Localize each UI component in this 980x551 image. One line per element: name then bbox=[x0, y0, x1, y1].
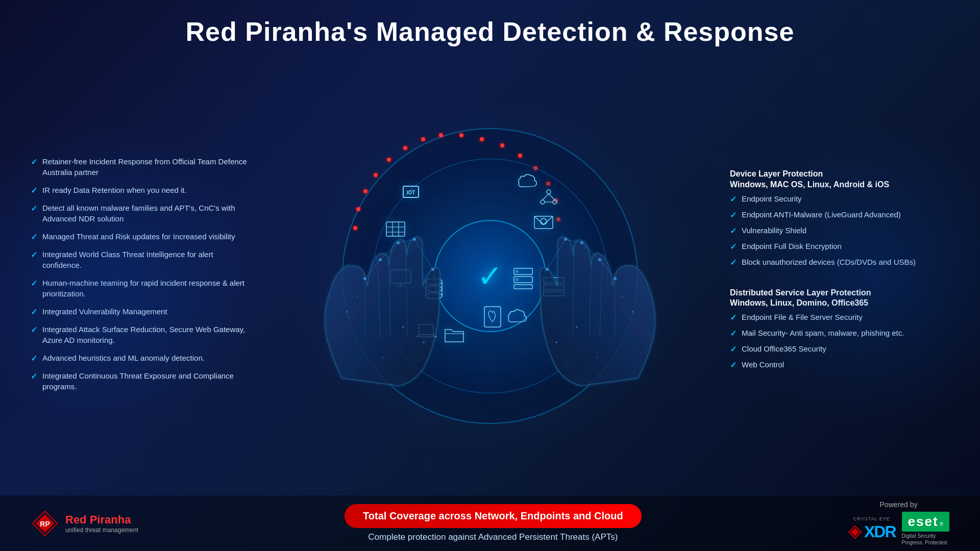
right-check-item: ✓ Mail Security- Anti spam, malware, phi… bbox=[730, 328, 949, 338]
check-text: Vulnerability Shield bbox=[742, 225, 806, 236]
center-panel: ✓ IOT bbox=[265, 57, 715, 495]
right-check-item: ✓ Web Control bbox=[730, 359, 949, 370]
piranha-logo-svg: RP bbox=[31, 509, 59, 538]
distributed-layer-section: Distributed Service Layer ProtectionWind… bbox=[730, 288, 949, 375]
left-check-item: ✓ Human-machine teaming for rapid incide… bbox=[31, 278, 250, 299]
page-title: Red Piranha's Managed Detection & Respon… bbox=[0, 16, 980, 47]
checkmark-icon: ✓ bbox=[730, 313, 737, 322]
red-dot bbox=[480, 137, 484, 141]
red-dot bbox=[374, 173, 378, 177]
svg-point-66 bbox=[597, 357, 598, 359]
checkmark-icon: ✓ bbox=[730, 194, 737, 204]
checkmark-icon: ✓ bbox=[31, 371, 37, 381]
svg-point-65 bbox=[576, 326, 578, 328]
left-check-item: ✓ Integrated Continuous Threat Exposure … bbox=[31, 370, 250, 392]
svg-point-48 bbox=[382, 357, 384, 359]
content-area: ✓ Retainer-free Incident Response from O… bbox=[0, 57, 980, 495]
brand-subtitle: unified threat management bbox=[65, 527, 138, 534]
distributed-layer-title: Distributed Service Layer ProtectionWind… bbox=[730, 288, 949, 309]
svg-point-47 bbox=[402, 326, 404, 328]
check-text: Endpoint File & File Server Security bbox=[742, 312, 863, 322]
total-coverage-badge: Total Coverage across Network, Endpoints… bbox=[345, 504, 642, 528]
red-dot bbox=[421, 137, 425, 141]
device-layer-title: Device Layer ProtectionWindows, MAC OS, … bbox=[730, 169, 949, 190]
xdr-logo-group: CRYSTAL EYE XDR bbox=[848, 516, 896, 541]
checkmark-icon: ✓ bbox=[31, 325, 37, 335]
left-check-item: ✓ Retainer-free Incident Response from O… bbox=[31, 156, 250, 178]
red-dot bbox=[439, 133, 443, 137]
check-text: Integrated Attack Surface Reduction, Sec… bbox=[42, 324, 250, 345]
checkmark-icon: ✓ bbox=[31, 279, 37, 288]
checkmark-icon: ✓ bbox=[31, 354, 37, 363]
footer-powered: Powered by CRYSTAL EYE XDR bbox=[848, 500, 949, 546]
footer: RP Red Piranha unified threat management… bbox=[0, 495, 980, 551]
header: Red Piranha's Managed Detection & Respon… bbox=[0, 0, 980, 57]
red-dot bbox=[387, 158, 391, 162]
left-check-item: ✓ IR ready Data Retention when you need … bbox=[31, 185, 250, 195]
powered-by-label: Powered by bbox=[880, 500, 918, 509]
checkmark-icon: ✓ bbox=[31, 204, 37, 213]
brand-name: Red Piranha bbox=[65, 513, 138, 527]
left-check-item: ✓ Detect all known malware families and … bbox=[31, 203, 250, 224]
svg-point-19 bbox=[516, 270, 518, 272]
right-panel: Device Layer ProtectionWindows, MAC OS, … bbox=[715, 57, 960, 495]
footer-center: Total Coverage across Network, Endpoints… bbox=[159, 504, 827, 542]
eset-registered: ® bbox=[940, 521, 943, 527]
main-container: Red Piranha's Managed Detection & Respon… bbox=[0, 0, 980, 551]
right-check-item: ✓ Endpoint File & File Server Security bbox=[730, 312, 949, 322]
checkmark-icon: ✓ bbox=[31, 157, 37, 167]
check-text: Retainer-free Incident Response from Off… bbox=[42, 156, 250, 178]
check-text: IR ready Data Retention when you need it… bbox=[42, 185, 187, 195]
crystal-eye-label: CRYSTAL EYE bbox=[853, 516, 890, 521]
red-dot bbox=[459, 133, 463, 137]
right-check-item: ✓ Vulnerability Shield bbox=[730, 225, 949, 236]
eset-name: eset bbox=[908, 514, 939, 530]
check-text: Integrated World Class Threat Intelligen… bbox=[42, 249, 250, 270]
xdr-brand: XDR bbox=[848, 522, 896, 541]
eset-tagline: Digital Security Progress. Protected. bbox=[902, 533, 948, 546]
right-check-item: ✓ Endpoint Security bbox=[730, 193, 949, 204]
eset-logo-group: eset ® Digital Security Progress. Protec… bbox=[902, 512, 949, 546]
red-dot bbox=[403, 146, 407, 150]
left-panel: ✓ Retainer-free Incident Response from O… bbox=[20, 57, 265, 495]
check-text: Block unauthorized devices (CDs/DVDs and… bbox=[742, 257, 916, 267]
svg-point-67 bbox=[555, 341, 557, 343]
hand-left bbox=[301, 184, 454, 388]
red-dot bbox=[500, 143, 504, 147]
right-check-item: ✓ Cloud Office365 Security bbox=[730, 343, 949, 354]
check-text: Cloud Office365 Security bbox=[742, 343, 826, 354]
check-text: Integrated Continuous Threat Exposure an… bbox=[42, 370, 250, 392]
checkmark-icon: ✓ bbox=[31, 250, 37, 260]
eset-badge: eset ® bbox=[902, 512, 949, 532]
check-text: Mail Security- Anti spam, malware, phish… bbox=[742, 328, 904, 338]
checkmark-icon: ✓ bbox=[730, 226, 737, 236]
right-check-item: ✓ Block unauthorized devices (CDs/DVDs a… bbox=[730, 257, 949, 267]
svg-point-46 bbox=[357, 296, 358, 297]
checkmark-icon: ✓ bbox=[730, 360, 737, 370]
circle-diagram: ✓ IOT bbox=[342, 128, 638, 424]
right-check-item: ✓ Endpoint Full Disk Encryption bbox=[730, 241, 949, 252]
left-check-item: ✓ Integrated Attack Surface Reduction, S… bbox=[31, 324, 250, 345]
check-text: Advanced heuristics and ML anomaly detec… bbox=[42, 353, 205, 363]
checkmark-icon: ✓ bbox=[730, 210, 737, 220]
svg-point-64 bbox=[622, 296, 624, 297]
device-layer-section: Device Layer ProtectionWindows, MAC OS, … bbox=[730, 169, 949, 272]
left-check-item: ✓ Integrated World Class Threat Intellig… bbox=[31, 249, 250, 270]
svg-text:RP: RP bbox=[40, 520, 50, 528]
checkmark-icon: ✓ bbox=[730, 344, 737, 354]
svg-point-20 bbox=[516, 279, 518, 281]
checkmark-icon: ✓ bbox=[31, 186, 37, 195]
svg-point-63 bbox=[632, 311, 634, 313]
check-text: Integrated Vulnerability Management bbox=[42, 306, 167, 317]
checkmark-icon: ✓ bbox=[31, 232, 37, 242]
hand-right bbox=[526, 184, 679, 388]
check-text: Detect all known malware families and AP… bbox=[42, 203, 250, 224]
checkmark-icon: ✓ bbox=[730, 258, 737, 267]
check-text: Web Control bbox=[742, 359, 784, 370]
piranha-logo-text: Red Piranha unified threat management bbox=[65, 513, 138, 534]
svg-point-49 bbox=[423, 341, 425, 343]
left-check-item: ✓ Advanced heuristics and ML anomaly det… bbox=[31, 353, 250, 363]
center-check-icon: ✓ bbox=[477, 258, 503, 294]
checkmark-icon: ✓ bbox=[730, 329, 737, 338]
checkmark-icon: ✓ bbox=[730, 242, 737, 252]
